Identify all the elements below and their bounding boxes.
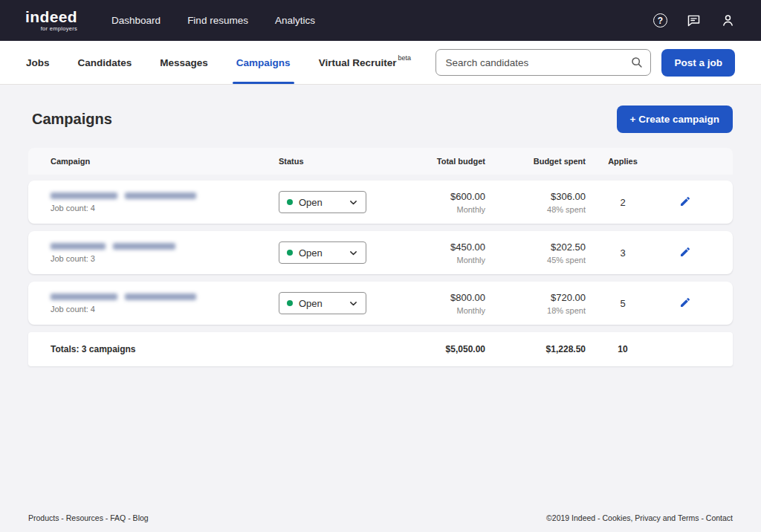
tabs: Jobs Candidates Messages Campaigns Virtu… [26,41,425,84]
total-budget-value: $800.00 [398,292,485,303]
edit-cell [660,243,710,263]
status-value: Open [299,197,323,208]
sub-nav: Jobs Candidates Messages Campaigns Virtu… [0,41,761,85]
edit-campaign-button[interactable] [676,293,694,314]
total-budget-cell: $450.00 Monthly [398,241,485,265]
total-budget-value: $600.00 [398,191,485,202]
edit-cell [660,192,710,213]
top-nav: Dashboard Find resumes Analytics [111,15,315,26]
status-value: Open [299,247,323,259]
redacted-block [51,243,106,250]
redacted-block [113,243,175,250]
campaign-name-link[interactable]: Job count: 3 [51,243,279,263]
pencil-icon [679,296,691,308]
budget-spent-cell: $720.00 18% spent [485,292,586,315]
help-icon[interactable]: ? [653,13,667,27]
campaign-name-link[interactable]: Job count: 4 [51,192,279,213]
help-glyph: ? [653,13,667,27]
tab-messages[interactable]: Messages [146,41,222,84]
create-campaign-button[interactable]: + Create campaign [617,106,733,133]
footer-links-right[interactable]: ©2019 Indeed - Cookies, Privacy and Term… [546,513,733,522]
tab-campaigns[interactable]: Campaigns [222,41,305,84]
total-budget-cell: $800.00 Monthly [398,292,485,315]
applies-cell: 5 [586,298,660,309]
footer: Products - Resources - FAQ - Blog ©2019 … [28,513,733,532]
chevron-down-icon [349,299,358,308]
status-dropdown[interactable]: Open [279,292,366,314]
beta-badge: beta [398,54,411,62]
tab-candidates[interactable]: Candidates [64,41,146,84]
redacted-block [51,192,117,199]
status-dropdown[interactable]: Open [279,191,366,213]
job-count: Job count: 3 [51,254,279,263]
campaign-name-redacted [51,243,279,250]
campaign-name-redacted [51,192,279,199]
table-header: Campaign Status Total budget Budget spen… [28,148,733,175]
spent-percent: 48% spent [485,205,586,214]
totals-budget-spent: $1,228.50 [485,344,586,354]
campaign-name-redacted [51,293,279,300]
chevron-down-icon [349,198,358,207]
applies-cell: 3 [586,247,660,259]
status-dot-icon [287,250,293,256]
budget-spent-value: $306.00 [485,191,586,202]
topnav-find-resumes[interactable]: Find resumes [187,15,248,26]
job-count: Job count: 4 [51,204,279,213]
indeed-logo[interactable]: indeed for employers [25,9,77,32]
top-bar: indeed for employers Dashboard Find resu… [0,0,761,41]
total-budget-cell: $600.00 Monthly [398,191,485,214]
status-dot-icon [287,199,293,205]
account-icon[interactable] [720,13,736,28]
tab-jobs[interactable]: Jobs [26,41,64,84]
spent-percent: 18% spent [485,306,586,315]
messages-icon[interactable] [686,13,702,28]
footer-links-left[interactable]: Products - Resources - FAQ - Blog [28,513,149,522]
title-row: Campaigns + Create campaign [28,106,733,133]
topbar-icons: ? [653,13,736,28]
budget-spent-value: $202.50 [485,241,586,253]
totals-row: Totals: 3 campaigns $5,050.00 $1,228.50 … [28,332,733,366]
col-header-total-budget: Total budget [398,157,485,166]
spent-percent: 45% spent [485,256,586,265]
status-cell: Open [279,241,398,264]
status-dropdown[interactable]: Open [279,241,366,264]
status-cell: Open [279,292,398,314]
totals-total-budget: $5,050.00 [398,344,485,354]
table-row: Job count: 4 Open $600.00 Monthly $306.0… [28,181,733,224]
post-a-job-button[interactable]: Post a job [661,49,735,77]
search-box [435,49,651,76]
budget-period: Monthly [398,256,485,265]
topnav-analytics[interactable]: Analytics [275,15,315,26]
pencil-icon [679,246,691,258]
total-budget-value: $450.00 [398,241,485,253]
edit-cell [660,293,710,314]
job-count: Job count: 4 [51,305,279,314]
redacted-block [125,293,196,300]
logo-sub-text: for employers [41,26,77,32]
chevron-down-icon [349,248,358,258]
edit-campaign-button[interactable] [676,243,694,263]
totals-label: Totals: 3 campaigns [51,344,279,354]
tab-virtual-recruiter[interactable]: Virtual Recruiter beta [305,41,425,84]
table-row: Job count: 3 Open $450.00 Monthly $202.5… [28,231,733,274]
redacted-block [51,293,117,300]
status-cell: Open [279,191,398,213]
topnav-dashboard[interactable]: Dashboard [111,15,161,26]
edit-campaign-button[interactable] [676,192,694,213]
col-header-budget-spent: Budget spent [485,157,586,166]
pencil-icon [679,195,691,207]
budget-spent-cell: $202.50 45% spent [485,241,586,265]
search-input[interactable] [435,49,651,76]
campaign-name-link[interactable]: Job count: 4 [51,293,279,314]
main-content: Campaigns + Create campaign Campaign Sta… [0,85,761,532]
table-row: Job count: 4 Open $800.00 Monthly $720.0… [28,282,733,325]
col-header-campaign: Campaign [51,157,279,166]
col-header-status: Status [279,157,398,166]
status-dot-icon [287,300,293,306]
budget-period: Monthly [398,205,485,214]
logo-brand-text: indeed [25,9,77,25]
col-header-applies: Applies [586,157,660,166]
applies-cell: 2 [586,197,660,208]
page-title: Campaigns [32,111,112,128]
budget-period: Monthly [398,306,485,315]
